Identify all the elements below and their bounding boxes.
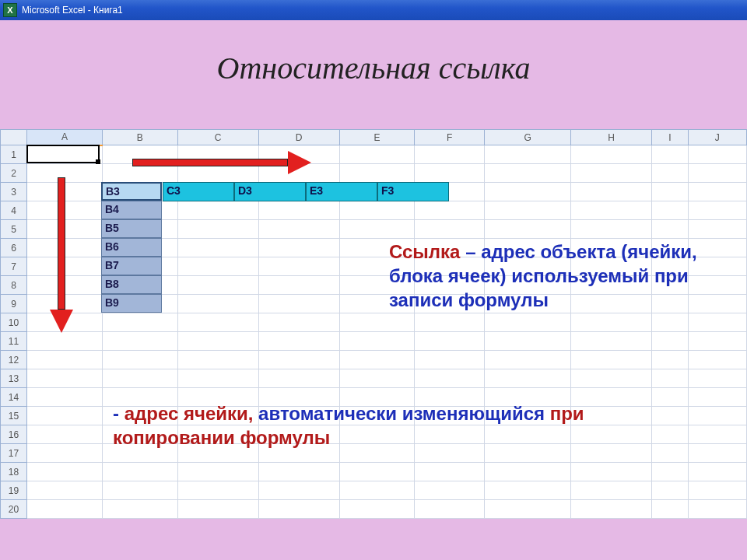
cell[interactable] (339, 500, 415, 519)
cell[interactable] (27, 332, 103, 351)
cell[interactable] (571, 500, 652, 519)
cell[interactable] (688, 369, 746, 388)
col-header-C[interactable]: C (177, 130, 258, 145)
row-header[interactable]: 9 (1, 295, 27, 313)
cell[interactable] (652, 332, 689, 351)
col-header-E[interactable]: E (339, 130, 415, 145)
cell[interactable] (485, 500, 571, 519)
cell[interactable] (688, 407, 746, 425)
cell[interactable] (258, 463, 339, 481)
col-header-F[interactable]: F (415, 130, 485, 145)
cell[interactable] (688, 425, 746, 444)
cell[interactable] (571, 164, 652, 183)
cell[interactable] (177, 369, 258, 388)
col-header-A[interactable]: A (27, 130, 103, 145)
select-all-corner[interactable] (1, 130, 27, 145)
cell[interactable] (177, 463, 258, 481)
cell[interactable] (258, 369, 339, 388)
cell[interactable] (571, 369, 652, 388)
cell[interactable] (339, 332, 415, 351)
cell[interactable] (688, 313, 746, 332)
cell[interactable] (177, 276, 258, 295)
row-header[interactable]: 16 (1, 425, 27, 444)
cell[interactable] (27, 388, 103, 407)
cell[interactable] (339, 220, 415, 239)
cell[interactable] (177, 481, 258, 500)
cell[interactable] (652, 388, 689, 407)
cell[interactable] (652, 220, 689, 239)
cell[interactable] (485, 183, 571, 201)
cell[interactable] (688, 332, 746, 351)
cell[interactable] (27, 351, 103, 369)
cell[interactable] (27, 145, 103, 164)
cell[interactable] (415, 500, 485, 519)
cell[interactable] (177, 220, 258, 239)
cell[interactable] (415, 351, 485, 369)
cell[interactable] (258, 351, 339, 369)
col-header-B[interactable]: B (102, 130, 177, 145)
cell[interactable] (102, 463, 177, 481)
row-header[interactable]: 13 (1, 369, 27, 388)
cell[interactable] (177, 201, 258, 220)
cell[interactable] (652, 444, 689, 463)
cell[interactable] (571, 332, 652, 351)
cell[interactable] (652, 145, 689, 164)
cell[interactable] (688, 183, 746, 201)
cell[interactable] (177, 332, 258, 351)
cell[interactable] (485, 220, 571, 239)
cell[interactable] (339, 313, 415, 332)
cell[interactable] (102, 332, 177, 351)
cell[interactable] (415, 463, 485, 481)
cell[interactable] (177, 257, 258, 276)
cell[interactable] (258, 239, 339, 257)
cell[interactable] (102, 313, 177, 332)
cell[interactable] (652, 481, 689, 500)
cell[interactable] (571, 201, 652, 220)
cell[interactable] (258, 201, 339, 220)
row-header[interactable]: 6 (1, 239, 27, 257)
cell[interactable] (339, 481, 415, 500)
cell[interactable] (27, 407, 103, 425)
row-header[interactable]: 15 (1, 407, 27, 425)
cell[interactable] (571, 351, 652, 369)
cell[interactable] (27, 463, 103, 481)
cell[interactable] (688, 444, 746, 463)
cell[interactable] (688, 463, 746, 481)
cell[interactable] (688, 201, 746, 220)
cell[interactable] (571, 220, 652, 239)
cell[interactable] (177, 313, 258, 332)
cell[interactable] (339, 164, 415, 183)
cell[interactable] (27, 500, 103, 519)
cell[interactable] (27, 481, 103, 500)
cell[interactable] (485, 369, 571, 388)
cell[interactable] (485, 164, 571, 183)
cell[interactable] (485, 463, 571, 481)
row-header[interactable]: 12 (1, 351, 27, 369)
cell[interactable] (485, 332, 571, 351)
row-header[interactable]: 17 (1, 444, 27, 463)
cell[interactable] (27, 425, 103, 444)
cell[interactable] (688, 220, 746, 239)
cell[interactable] (688, 145, 746, 164)
cell[interactable] (571, 145, 652, 164)
cell[interactable] (339, 201, 415, 220)
cell[interactable] (258, 332, 339, 351)
cell[interactable] (688, 481, 746, 500)
cell[interactable] (652, 351, 689, 369)
cell[interactable] (258, 313, 339, 332)
cell[interactable] (177, 295, 258, 313)
cell[interactable] (415, 201, 485, 220)
cell[interactable] (258, 481, 339, 500)
cell[interactable] (102, 500, 177, 519)
cell[interactable] (415, 313, 485, 332)
cell[interactable] (652, 183, 689, 201)
cell[interactable] (652, 500, 689, 519)
row-header[interactable]: 3 (1, 183, 27, 201)
cell[interactable] (339, 369, 415, 388)
col-header-H[interactable]: H (571, 130, 652, 145)
cell[interactable] (485, 313, 571, 332)
cell[interactable] (339, 145, 415, 164)
cell[interactable] (415, 220, 485, 239)
cell[interactable] (102, 369, 177, 388)
cell[interactable] (652, 369, 689, 388)
